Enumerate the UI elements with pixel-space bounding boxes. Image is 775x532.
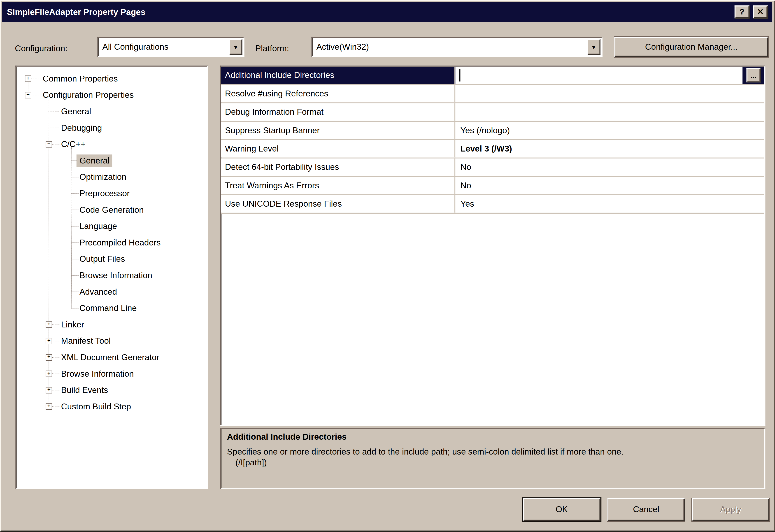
property-edit-field[interactable]	[455, 67, 743, 84]
dropdown-arrow-icon[interactable]: ▼	[229, 39, 242, 55]
tree-item-advanced[interactable]: Advanced	[16, 284, 207, 300]
expand-icon[interactable]: +	[25, 75, 31, 82]
tree-connector	[52, 407, 60, 407]
tree-connector	[71, 193, 79, 194]
tree-item-custom-build-step[interactable]: +Custom Build Step	[16, 398, 207, 415]
tree-item-label: Browse Information	[79, 269, 152, 282]
tree-item-manifest-tool[interactable]: +Manifest Tool	[16, 333, 207, 349]
tree-item-precompiled-headers[interactable]: Precompiled Headers	[16, 234, 207, 251]
property-row-resolve-using-references[interactable]: Resolve #using References	[221, 85, 764, 103]
tree-connector	[52, 357, 60, 358]
property-value[interactable]: Yes (/nologo)	[455, 122, 764, 139]
tree-connector	[71, 259, 79, 259]
tree-connector	[71, 308, 79, 309]
property-grid: Additional Include Directories...Resolve…	[220, 65, 766, 426]
property-value[interactable]: No	[455, 177, 764, 194]
platform-select[interactable]: Active(Win32) ▼	[311, 37, 602, 57]
collapse-icon[interactable]: −	[25, 92, 31, 98]
dialog-window: SimpleFileAdapter Property Pages ? ✕ Con…	[0, 0, 775, 532]
collapse-icon[interactable]: −	[46, 141, 52, 148]
property-value[interactable]	[455, 103, 764, 121]
tree-connector	[52, 390, 60, 391]
help-icon[interactable]: ?	[735, 5, 750, 18]
browse-ellipsis-button[interactable]: ...	[747, 68, 761, 82]
tree-item-label: General	[61, 105, 91, 118]
tree-connector	[31, 79, 41, 79]
expand-icon[interactable]: +	[46, 338, 52, 344]
tree-item-general[interactable]: General	[16, 152, 207, 169]
property-row-warning-level[interactable]: Warning LevelLevel 3 (/W3)	[221, 140, 764, 158]
tree-connector	[71, 275, 79, 276]
tree-item-common-properties[interactable]: +Common Properties	[16, 70, 207, 87]
tree-item-browse-information[interactable]: +Browse Information	[16, 366, 207, 382]
cancel-button[interactable]: Cancel	[608, 498, 685, 521]
tree-item-label: Build Events	[61, 384, 108, 397]
property-row-suppress-startup-banner[interactable]: Suppress Startup BannerYes (/nologo)	[221, 122, 764, 140]
tree-item-label: Manifest Tool	[61, 335, 111, 347]
tree-item-label: General	[76, 154, 112, 167]
configuration-manager-button[interactable]: Configuration Manager...	[614, 37, 768, 57]
tree-item-label: Custom Build Step	[61, 400, 131, 413]
tree-item-code-generation[interactable]: Code Generation	[16, 202, 207, 218]
property-name: Warning Level	[221, 140, 455, 157]
configuration-select[interactable]: All Configurations ▼	[97, 37, 244, 57]
property-name: Treat Warnings As Errors	[221, 177, 455, 194]
description-panel: Additional Include Directories Specifies…	[220, 428, 766, 489]
tree-item-preprocessor[interactable]: Preprocessor	[16, 185, 207, 202]
tree-connector	[71, 177, 79, 177]
apply-button[interactable]: Apply	[692, 498, 769, 521]
close-icon[interactable]: ✕	[753, 5, 768, 18]
tree-connector	[71, 209, 79, 210]
property-value[interactable]: Yes	[455, 195, 764, 213]
tree-connector	[31, 95, 41, 95]
tree-item-label: Browse Information	[61, 368, 134, 380]
title-bar: SimpleFileAdapter Property Pages ? ✕	[2, 2, 772, 22]
expand-icon[interactable]: +	[46, 354, 52, 361]
tree-item-general[interactable]: General	[16, 103, 207, 120]
tree-item-browse-information[interactable]: Browse Information	[16, 268, 207, 284]
tree-item-label: Linker	[61, 319, 84, 331]
screenshot-stage: SimpleFileAdapter Property Pages ? ✕ Con…	[0, 0, 775, 532]
tree-connector	[52, 144, 60, 144]
tree-rows: +Common Properties−Configuration Propert…	[16, 67, 207, 488]
property-value[interactable]	[455, 85, 764, 102]
expand-icon[interactable]: +	[46, 371, 52, 377]
window-title: SimpleFileAdapter Property Pages	[7, 2, 145, 22]
property-row-debug-information-format[interactable]: Debug Information Format	[221, 103, 764, 122]
tree-item-label: Advanced	[79, 286, 117, 298]
tree-item-label: Output Files	[79, 253, 125, 265]
tree-item-label: XML Document Generator	[61, 351, 159, 364]
tree-item-optimization[interactable]: Optimization	[16, 169, 207, 185]
tree-item-command-line[interactable]: Command Line	[16, 300, 207, 317]
tree-item-c-c[interactable]: −C/C++	[16, 136, 207, 153]
text-caret	[460, 69, 460, 81]
tree-item-xml-document-generator[interactable]: +XML Document Generator	[16, 349, 207, 366]
property-value[interactable]: No	[455, 158, 764, 176]
tree-connector	[49, 111, 59, 112]
expand-icon[interactable]: +	[46, 387, 52, 394]
tree-connector	[52, 325, 60, 325]
tree-item-label: Language	[79, 220, 117, 232]
property-row-detect-64-bit-portability-issues[interactable]: Detect 64-bit Portability IssuesNo	[221, 158, 764, 177]
ok-button[interactable]: OK	[523, 498, 601, 521]
dropdown-arrow-icon[interactable]: ▼	[587, 39, 600, 55]
tree-item-label: C/C++	[61, 138, 86, 151]
property-row-additional-include-directories[interactable]: Additional Include Directories...	[221, 67, 764, 85]
tree-item-build-events[interactable]: +Build Events	[16, 382, 207, 399]
tree-item-language[interactable]: Language	[16, 218, 207, 234]
tree-item-label: Optimization	[79, 171, 126, 183]
tree-item-label: Code Generation	[79, 204, 144, 216]
tree-item-linker[interactable]: +Linker	[16, 316, 207, 333]
property-value[interactable]: ...	[455, 67, 764, 84]
expand-icon[interactable]: +	[46, 403, 52, 410]
tree-item-output-files[interactable]: Output Files	[16, 251, 207, 268]
property-value[interactable]: Level 3 (/W3)	[455, 140, 764, 157]
expand-icon[interactable]: +	[46, 321, 52, 328]
tree-item-label: Preprocessor	[79, 187, 130, 199]
property-row-treat-warnings-as-errors[interactable]: Treat Warnings As ErrorsNo	[221, 177, 764, 195]
tree-item-debugging[interactable]: Debugging	[16, 120, 207, 136]
property-name: Suppress Startup Banner	[221, 122, 455, 139]
property-row-use-unicode-response-files[interactable]: Use UNICODE Response FilesYes	[221, 195, 764, 213]
tree-item-configuration-properties[interactable]: −Configuration Properties	[16, 87, 207, 103]
tree-connector	[71, 226, 79, 226]
